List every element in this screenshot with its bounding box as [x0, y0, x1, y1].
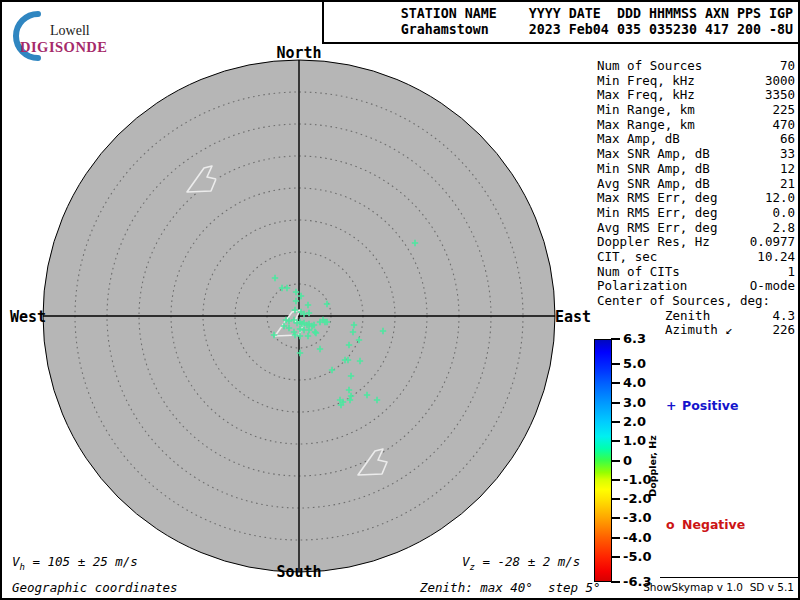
- info-row-value: 1: [787, 265, 795, 280]
- zenith-scale-label: Zenith: max 40° step 5°: [420, 580, 601, 595]
- compass-label-east: East: [555, 308, 591, 326]
- vh-value: = 105 ± 25 m/s: [25, 554, 138, 569]
- horizontal-velocity-readout: Vh = 105 ± 25 m/s: [12, 554, 138, 572]
- info-row-label: Num of Sources: [597, 59, 702, 74]
- info-row-value: 2.8: [772, 221, 795, 236]
- compass-label-south: South: [249, 563, 349, 581]
- info-row: Min Range, km225: [597, 103, 795, 118]
- info-row-label: Polarization: [597, 279, 687, 294]
- info-row-value: 226: [772, 323, 795, 338]
- info-row: Min SNR Amp, dB12: [597, 162, 795, 177]
- info-row-label: Max SNR Amp, dB: [597, 147, 710, 162]
- colorbar-tick: [611, 556, 620, 558]
- colorbar-tick: [611, 382, 620, 384]
- colorbar-tick: [611, 421, 620, 423]
- info-row-value: 12: [780, 162, 795, 177]
- logo-text-digisonde: DIGISONDE: [20, 39, 108, 56]
- colorbar-tick: [611, 479, 620, 481]
- info-row-label: Max Range, km: [597, 118, 695, 133]
- colorbar-tick-label: 0: [623, 453, 632, 469]
- info-row: Max Amp, dB66: [597, 132, 795, 147]
- colorbar-tick-label: -4.0: [623, 530, 651, 546]
- colorbar-tick: [611, 537, 620, 539]
- vz-value: = -28 ± 2 m/s: [475, 554, 580, 569]
- colorbar-tick: [611, 440, 620, 442]
- info-row: Zenith4.3: [597, 309, 795, 324]
- compass-label-north: North: [249, 44, 349, 62]
- legend-negative: oNegative: [666, 517, 745, 532]
- info-row-value: 225: [772, 103, 795, 118]
- info-row-label: Center of Sources, deg:: [597, 294, 770, 309]
- info-row-label: Min RMS Err, deg: [597, 206, 717, 221]
- info-row: Num of Sources70: [597, 59, 795, 74]
- vz-symbol: V: [462, 554, 470, 569]
- info-panel: Num of Sources70Min Freq, kHz3000Max Fre…: [597, 59, 795, 338]
- colorbar-tick-label: 1.0: [623, 433, 646, 449]
- info-row: Avg SNR Amp, dB21: [597, 177, 795, 192]
- legend-positive-label: Positive: [682, 398, 738, 413]
- colorbar-tick-label: 3.0: [623, 395, 646, 411]
- info-row-value: 0.0977: [750, 235, 795, 250]
- info-row-label: Avg SNR Amp, dB: [597, 177, 710, 192]
- header-horizontal-divider: [322, 42, 798, 44]
- vh-symbol: V: [12, 554, 20, 569]
- colorbar-tick-label: 2.0: [623, 414, 646, 430]
- info-row-value: 21: [780, 177, 795, 192]
- info-row-label: Num of CITs: [597, 265, 680, 280]
- colorbar-tick: [611, 581, 620, 583]
- info-row-label: Zenith: [665, 309, 710, 324]
- lowell-digisonde-logo: Lowell DIGISONDE: [8, 6, 128, 62]
- info-row-label: Doppler Res, Hz: [597, 235, 710, 250]
- info-row: Max SNR Amp, dB33: [597, 147, 795, 162]
- info-row-value: 66: [780, 132, 795, 147]
- info-row: Min Freq, kHz3000: [597, 74, 795, 89]
- station-header-row2: Grahamstown 2023 Feb04 035 035230 417 20…: [401, 22, 793, 37]
- info-row-value: 0.0: [772, 206, 795, 221]
- colorbar-tick: [611, 460, 620, 462]
- info-row-label: Max RMS Err, deg: [597, 191, 717, 206]
- info-row: Max RMS Err, deg12.0: [597, 191, 795, 206]
- info-row: CIT, sec10.24: [597, 250, 795, 265]
- skymap-window: Lowell DIGISONDE STATION NAME YYYY DATE …: [0, 0, 800, 600]
- info-row-value: 3000: [765, 74, 795, 89]
- colorbar-tick: [611, 498, 620, 500]
- info-row-value: 470: [772, 118, 795, 133]
- info-row-label: Max Amp, dB: [597, 132, 680, 147]
- info-row: Num of CITs1: [597, 265, 795, 280]
- colorbar-tick-label: 4.0: [623, 375, 646, 391]
- colorbar-tick: [611, 363, 620, 365]
- logo-text-lowell: Lowell: [50, 23, 90, 39]
- legend-positive: +Positive: [666, 398, 738, 413]
- colorbar-tick-label: 6.3: [623, 331, 646, 347]
- version-cell-divider: [660, 577, 800, 578]
- plus-marker-icon: +: [666, 398, 682, 413]
- info-row-value: 12.0: [765, 191, 795, 206]
- doppler-colorbar: [594, 339, 612, 582]
- info-row-label: Min Range, km: [597, 103, 695, 118]
- colorbar-axis-label: Doppler, Hz: [647, 416, 663, 516]
- station-header: STATION NAME YYYY DATE DDD HHMMSS AXN PP…: [401, 6, 793, 38]
- colorbar-tick: [611, 402, 620, 404]
- colorbar-tick-label: 5.0: [623, 356, 646, 372]
- colorbar-tick: [611, 517, 620, 519]
- info-row-value: 4.3: [772, 309, 795, 324]
- info-row-label: CIT, sec: [597, 250, 657, 265]
- info-row-value: 33: [780, 147, 795, 162]
- info-row-value: 70: [780, 59, 795, 74]
- info-row: Doppler Res, Hz0.0977: [597, 235, 795, 250]
- info-row: Center of Sources, deg:: [597, 294, 795, 309]
- info-row: PolarizationO-mode: [597, 279, 795, 294]
- info-row-label: Azimuth ↙: [665, 323, 733, 338]
- info-row-value: 3350: [765, 88, 795, 103]
- coordinates-label: Geographic coordinates: [12, 580, 178, 595]
- station-header-row1: STATION NAME YYYY DATE DDD HHMMSS AXN PP…: [401, 6, 793, 21]
- legend-negative-label: Negative: [682, 517, 745, 532]
- compass-label-west: West: [10, 308, 46, 326]
- info-row-label: Max Freq, kHz: [597, 88, 695, 103]
- colorbar-tick-label: -5.0: [623, 549, 651, 565]
- info-row-label: Min Freq, kHz: [597, 74, 695, 89]
- header-vertical-divider: [322, 2, 324, 42]
- info-row: Avg RMS Err, deg2.8: [597, 221, 795, 236]
- info-row: Max Range, km470: [597, 118, 795, 133]
- vertical-velocity-readout: Vz = -28 ± 2 m/s: [462, 554, 580, 572]
